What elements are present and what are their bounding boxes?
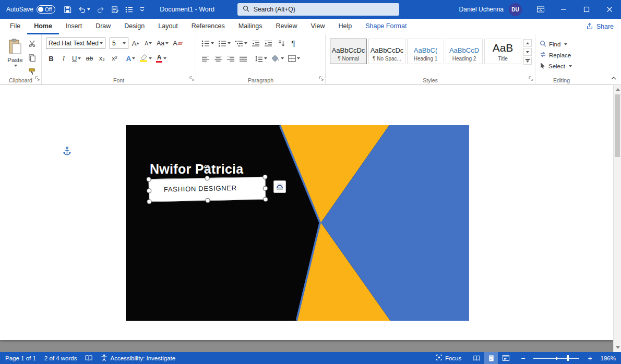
- document-page[interactable]: Nwifor Patricia FASHION DESIGNER: [0, 85, 613, 340]
- shading-button[interactable]: [270, 53, 285, 64]
- font-dialog-launcher-icon[interactable]: [189, 74, 194, 83]
- list-icon[interactable]: [125, 6, 133, 13]
- show-paragraph-marks-button[interactable]: ¶: [288, 38, 298, 49]
- user-name[interactable]: Daniel Uchenna: [459, 6, 504, 13]
- zoom-slider[interactable]: [533, 358, 579, 359]
- layout-options-button[interactable]: [273, 180, 286, 193]
- font-size-combobox[interactable]: 5: [110, 38, 128, 49]
- tab-insert[interactable]: Insert: [59, 19, 89, 34]
- tab-view[interactable]: View: [304, 19, 332, 34]
- tab-home[interactable]: Home: [27, 19, 59, 34]
- decrease-indent-button[interactable]: [250, 38, 261, 49]
- strikethrough-button[interactable]: ab: [84, 53, 94, 64]
- style-heading2[interactable]: AaBbCcD Heading 2: [446, 39, 483, 64]
- save-icon[interactable]: [64, 6, 71, 14]
- text-effects-button[interactable]: A: [125, 53, 136, 64]
- tab-layout[interactable]: Layout: [151, 19, 185, 34]
- zoom-slider-thumb[interactable]: [567, 355, 569, 361]
- cut-icon[interactable]: [28, 40, 36, 50]
- vertical-scrollbar[interactable]: [613, 85, 621, 352]
- clipboard-dialog-launcher-icon[interactable]: [34, 74, 40, 83]
- accessibility-checker[interactable]: Accessibility: Investigate: [101, 354, 175, 362]
- proofing-icon[interactable]: [85, 355, 92, 361]
- style-title[interactable]: AaB Title: [484, 39, 521, 64]
- word-count[interactable]: 2 of 4 words: [44, 355, 77, 361]
- style-heading1[interactable]: AaBbC( Heading 1: [407, 39, 444, 64]
- tab-shape-format[interactable]: Shape Format: [359, 19, 413, 34]
- autosave-toggle[interactable]: AutoSave Off: [0, 5, 61, 14]
- styles-gallery-more-icon[interactable]: [523, 57, 532, 65]
- undo-icon[interactable]: [78, 6, 90, 14]
- paste-button[interactable]: Paste: [4, 38, 26, 75]
- resize-handle-e[interactable]: [263, 186, 268, 190]
- tab-review[interactable]: Review: [269, 19, 304, 34]
- autosave-switch[interactable]: Off: [37, 5, 55, 14]
- bold-button[interactable]: B: [46, 53, 56, 64]
- web-layout-icon[interactable]: [499, 352, 512, 364]
- redo-icon[interactable]: [97, 6, 105, 14]
- resize-handle-s[interactable]: [205, 198, 210, 203]
- role-textbox[interactable]: FASHION DESIGNER: [149, 177, 266, 202]
- tab-help[interactable]: Help: [331, 19, 359, 34]
- styles-scroll-down-icon[interactable]: [523, 48, 532, 56]
- multilevel-list-button[interactable]: [234, 38, 248, 49]
- scroll-down-icon[interactable]: [616, 346, 620, 349]
- styles-dialog-launcher-icon[interactable]: [528, 74, 533, 83]
- shrink-font-button[interactable]: A: [143, 38, 153, 49]
- change-case-button[interactable]: Aa: [156, 38, 170, 49]
- focus-button[interactable]: Focus: [436, 354, 461, 362]
- highlight-button[interactable]: [138, 53, 153, 64]
- align-center-button[interactable]: [213, 53, 223, 64]
- replace-button[interactable]: Replace: [540, 50, 584, 60]
- tab-design[interactable]: Design: [117, 19, 151, 34]
- underline-button[interactable]: U: [71, 53, 82, 64]
- read-mode-icon[interactable]: [470, 352, 483, 364]
- maximize-button[interactable]: [575, 0, 598, 19]
- rotate-handle-icon[interactable]: [202, 163, 211, 174]
- minimize-button[interactable]: [552, 0, 575, 19]
- scroll-up-icon[interactable]: [616, 88, 620, 91]
- zoom-level[interactable]: 196%: [601, 355, 616, 361]
- styles-scroll-up-icon[interactable]: [523, 39, 532, 47]
- style-normal[interactable]: AaBbCcDc ¶ Normal: [330, 39, 367, 64]
- resize-handle-n[interactable]: [205, 176, 209, 180]
- align-left-button[interactable]: [200, 53, 211, 64]
- clear-formatting-button[interactable]: A: [172, 38, 183, 49]
- sort-button[interactable]: [276, 38, 286, 49]
- bullets-button[interactable]: [200, 38, 215, 49]
- superscript-button[interactable]: x²: [109, 53, 120, 64]
- style-no-spacing[interactable]: AaBbCcDc ¶ No Spac...: [368, 39, 405, 64]
- font-name-combobox[interactable]: Red Hat Text Med: [46, 38, 105, 49]
- avatar[interactable]: DU: [509, 3, 522, 16]
- undo-chevron-icon[interactable]: [87, 8, 90, 10]
- resize-handle-w[interactable]: [147, 188, 151, 193]
- align-right-button[interactable]: [225, 53, 236, 64]
- zoom-out-button[interactable]: −: [521, 354, 525, 362]
- numbering-button[interactable]: [217, 38, 232, 49]
- grow-font-button[interactable]: A: [130, 38, 141, 49]
- borders-button[interactable]: [287, 53, 301, 64]
- business-card-graphic[interactable]: Nwifor Patricia FASHION DESIGNER: [126, 125, 469, 321]
- paragraph-dialog-launcher-icon[interactable]: [318, 74, 324, 83]
- tab-file[interactable]: File: [3, 19, 27, 34]
- tab-mailings[interactable]: Mailings: [232, 19, 269, 34]
- customize-qat-icon[interactable]: [139, 6, 145, 13]
- editor-icon[interactable]: [111, 6, 119, 14]
- find-button[interactable]: Find: [540, 39, 584, 50]
- line-spacing-button[interactable]: [254, 53, 268, 64]
- page-indicator[interactable]: Page 1 of 1: [5, 355, 36, 361]
- font-color-button[interactable]: A: [155, 53, 168, 64]
- subscript-button[interactable]: x₂: [97, 53, 107, 64]
- card-name-text[interactable]: Nwifor Patricia: [150, 162, 244, 177]
- zoom-in-button[interactable]: +: [588, 354, 592, 362]
- scrollbar-thumb[interactable]: [615, 94, 620, 157]
- share-button[interactable]: Share: [586, 19, 614, 34]
- search-input[interactable]: Search (Alt+Q): [237, 3, 399, 16]
- ribbon-display-options-icon[interactable]: [529, 0, 552, 19]
- increase-indent-button[interactable]: [263, 38, 273, 49]
- tab-draw[interactable]: Draw: [89, 19, 117, 34]
- tab-references[interactable]: References: [185, 19, 232, 34]
- copy-icon[interactable]: [28, 54, 36, 64]
- italic-button[interactable]: I: [58, 53, 69, 64]
- collapse-ribbon-icon[interactable]: [611, 73, 617, 82]
